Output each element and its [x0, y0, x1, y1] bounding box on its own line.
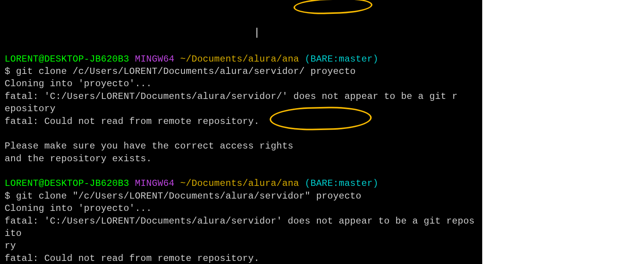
output-line: fatal: Could not read from remote reposi… [5, 253, 260, 264]
prompt-env: MINGW64 [135, 178, 174, 189]
prompt-branch: (BARE:master) [305, 54, 378, 64]
output-line: Cloning into 'proyecto'... [5, 79, 152, 89]
prompt-env: MINGW64 [135, 54, 174, 64]
output-line: fatal: 'C:/Users/LORENT/Documents/alura/… [5, 216, 475, 239]
prompt-branch: (BARE:master) [305, 178, 378, 189]
command-text: git clone /c/Users/LORENT/Documents/alur… [16, 66, 356, 77]
annotation-circle-2 [269, 106, 372, 131]
output-line: epository [5, 104, 55, 114]
output-line: fatal: 'C:/Users/LORENT/Documents/alura/… [5, 91, 458, 102]
text-cursor [257, 28, 257, 38]
output-line: ry [5, 241, 16, 251]
prompt-symbol: $ [5, 191, 16, 201]
prompt-line-2: LORENT@DESKTOP-JB620B3 MINGW64 ~/Documen… [5, 178, 378, 189]
output-line: and the repository exists. [5, 154, 152, 164]
prompt-user: LORENT@DESKTOP-JB620B3 [5, 54, 129, 64]
command-line-2: $ git clone "/c/Users/LORENT/Documents/a… [5, 191, 361, 201]
prompt-path: ~/Documents/alura/ana [180, 54, 299, 64]
prompt-user: LORENT@DESKTOP-JB620B3 [5, 178, 129, 189]
prompt-line-1: LORENT@DESKTOP-JB620B3 MINGW64 ~/Documen… [5, 54, 378, 64]
command-line-1: $ git clone /c/Users/LORENT/Documents/al… [5, 66, 356, 77]
output-line: Please make sure you have the correct ac… [5, 141, 293, 151]
output-line: fatal: Could not read from remote reposi… [5, 116, 260, 127]
annotation-circle-1 [293, 0, 372, 15]
command-text: git clone "/c/Users/LORENT/Documents/alu… [16, 191, 361, 201]
terminal-window[interactable]: LORENT@DESKTOP-JB620B3 MINGW64 ~/Documen… [0, 0, 482, 264]
prompt-path: ~/Documents/alura/ana [180, 178, 299, 189]
prompt-symbol: $ [5, 66, 16, 77]
output-line: Cloning into 'proyecto'... [5, 203, 152, 214]
